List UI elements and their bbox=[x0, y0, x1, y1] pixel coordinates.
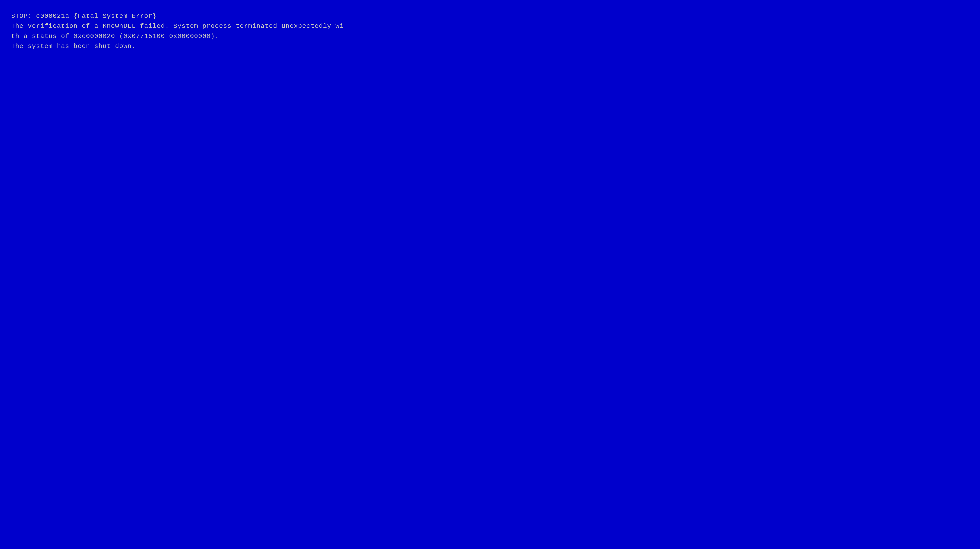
bsod-screen: STOP: c000021a {Fatal System Error} The … bbox=[0, 0, 980, 549]
bsod-line3: th a status of 0xc0000020 (0x07715100 0x… bbox=[11, 31, 219, 41]
bsod-error-text: STOP: c000021a {Fatal System Error} bbox=[11, 11, 157, 21]
bsod-line2: The verification of a KnownDLL failed. S… bbox=[11, 21, 344, 31]
bsod-line4: The system has been shut down. bbox=[11, 41, 136, 51]
